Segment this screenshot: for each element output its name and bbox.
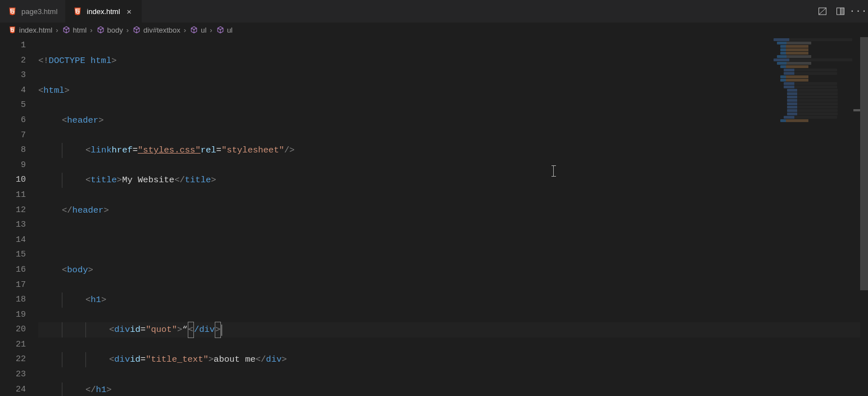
symbol-icon bbox=[189, 25, 198, 34]
breadcrumb-div-textbox[interactable]: div#textbox bbox=[132, 25, 180, 34]
editor-actions: ··· bbox=[816, 5, 865, 17]
vertical-scrollbar[interactable] bbox=[860, 37, 868, 392]
compare-changes-icon[interactable] bbox=[816, 5, 829, 17]
breadcrumbs: index.html › html › body › div#textbox ›… bbox=[0, 22, 868, 37]
breadcrumb-html[interactable]: html bbox=[62, 25, 87, 34]
html5-icon bbox=[8, 7, 17, 16]
text-cursor bbox=[221, 325, 222, 336]
breadcrumb-file[interactable]: index.html bbox=[8, 25, 52, 34]
tab-index-active[interactable]: index.html × bbox=[65, 0, 141, 22]
scrollbar-thumb[interactable] bbox=[860, 37, 868, 290]
chevron-right-icon: › bbox=[182, 26, 188, 34]
html5-icon bbox=[73, 7, 82, 16]
symbol-icon bbox=[132, 25, 141, 34]
chevron-right-icon: › bbox=[208, 26, 214, 34]
chevron-right-icon: › bbox=[54, 26, 60, 34]
close-icon[interactable]: × bbox=[125, 7, 134, 16]
breadcrumb-ul1[interactable]: ul bbox=[189, 25, 206, 34]
symbol-icon bbox=[62, 25, 71, 34]
code-area[interactable]: <!DOCTYPE html> <html> <header> <link hr… bbox=[38, 37, 868, 396]
more-actions-icon[interactable]: ··· bbox=[852, 5, 865, 17]
html5-icon bbox=[8, 25, 17, 34]
tab-label: index.html bbox=[87, 7, 120, 16]
tab-page3[interactable]: page3.html bbox=[0, 0, 65, 22]
symbol-icon bbox=[216, 25, 225, 34]
chevron-right-icon: › bbox=[125, 26, 130, 34]
breadcrumb-ul2[interactable]: ul bbox=[216, 25, 233, 34]
editor[interactable]: 1 2 3 4 5 6 7 8 9 10 11 12 13 14 15 16 1… bbox=[0, 37, 868, 396]
line-number-gutter: 1 2 3 4 5 6 7 8 9 10 11 12 13 14 15 16 1… bbox=[0, 37, 38, 396]
tab-label: page3.html bbox=[21, 7, 57, 16]
breadcrumb-body[interactable]: body bbox=[96, 25, 123, 34]
split-editor-icon[interactable] bbox=[834, 5, 847, 17]
symbol-icon bbox=[96, 25, 105, 34]
overview-ruler bbox=[853, 37, 860, 392]
tab-bar: page3.html index.html × ··· bbox=[0, 0, 868, 22]
chevron-right-icon: › bbox=[88, 26, 94, 34]
